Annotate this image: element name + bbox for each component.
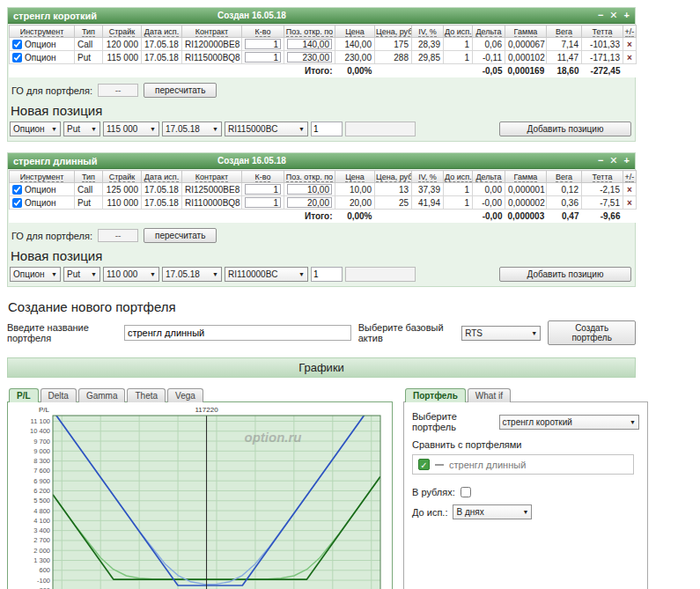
margin-row: ГО для портфеля: -- пересчитать xyxy=(8,77,635,99)
date-select[interactable]: 17.05.18▼ xyxy=(162,267,222,282)
y-tick-label: 5 500 xyxy=(33,497,50,504)
column-header[interactable]: Дельта xyxy=(473,26,505,38)
portfolio-select-label: Выберите портфель xyxy=(412,411,494,432)
qty-input[interactable]: 1 xyxy=(245,52,281,63)
column-header[interactable]: Гамма xyxy=(505,26,547,38)
add-position-button[interactable]: Добавить позицию xyxy=(499,121,631,136)
tab-vega[interactable]: Vega xyxy=(167,388,203,402)
open-price-input[interactable]: 10,00 xyxy=(287,184,332,195)
date-select[interactable]: 17.05.18▼ xyxy=(162,121,222,136)
days-select[interactable]: В днях▼ xyxy=(453,504,532,519)
column-header[interactable]: Тип xyxy=(75,171,103,183)
theta-cell: -2,15 xyxy=(582,183,623,196)
position-enabled-checkbox[interactable] xyxy=(12,53,22,63)
open-price-input[interactable]: 230,00 xyxy=(287,52,332,63)
base-asset-select[interactable]: RTS▼ xyxy=(461,326,541,341)
tab-gamma[interactable]: Gamma xyxy=(78,388,126,402)
column-header[interactable]: Тетта xyxy=(582,26,623,38)
go-value: -- xyxy=(98,84,138,97)
qty-input[interactable]: 1 xyxy=(245,184,281,195)
column-header[interactable]: Инструмент xyxy=(10,26,75,38)
close-icon[interactable]: ✕ xyxy=(609,10,617,21)
delete-position-icon[interactable]: × xyxy=(623,183,637,196)
y-tick-label: 7 600 xyxy=(33,467,50,475)
column-header[interactable]: Дата исп. xyxy=(142,26,182,38)
column-header[interactable]: Цена xyxy=(335,26,375,38)
position-enabled-checkbox[interactable] xyxy=(12,198,22,208)
column-header[interactable]: До исп. xyxy=(444,171,473,183)
column-header[interactable]: К-во xyxy=(242,171,284,183)
portfolio-name-input[interactable] xyxy=(124,325,351,341)
qty-input[interactable]: 1 xyxy=(245,39,281,49)
minimize-icon[interactable]: − xyxy=(598,10,603,21)
instrument-select[interactable]: Опцион▼ xyxy=(10,121,61,136)
column-header[interactable]: Контракт xyxy=(182,26,242,38)
compare-checkbox[interactable]: ✓ xyxy=(418,459,430,470)
column-header[interactable]: +/- xyxy=(623,26,637,38)
column-header[interactable]: Гамма xyxy=(505,171,547,183)
column-header[interactable]: Вега xyxy=(547,26,582,38)
new-price-input[interactable] xyxy=(345,121,416,136)
option-type-select[interactable]: Put▼ xyxy=(63,267,100,282)
column-header[interactable]: Цена xyxy=(335,171,375,183)
create-portfolio-button[interactable]: Создать портфель xyxy=(548,320,636,345)
strike-select[interactable]: 110 000▼ xyxy=(103,267,159,282)
positions-table: ИнструментТипСтрайкДата исп.КонтрактК-во… xyxy=(9,170,637,223)
tab-pl[interactable]: P/L xyxy=(9,388,39,402)
base-asset-label: Выберите базовый актив xyxy=(358,322,454,343)
new-qty-input[interactable] xyxy=(311,121,343,136)
tab-portfolio[interactable]: Портфель xyxy=(405,388,466,402)
column-header[interactable]: Инструмент xyxy=(10,171,75,183)
price-rub-cell: 288 xyxy=(375,51,412,64)
tab-delta[interactable]: Delta xyxy=(41,388,77,402)
position-enabled-checkbox[interactable] xyxy=(12,185,22,195)
tab-theta[interactable]: Theta xyxy=(127,388,166,402)
position-enabled-checkbox[interactable] xyxy=(12,40,22,49)
close-icon[interactable]: ✕ xyxy=(609,155,617,166)
open-price-input[interactable]: 140,00 xyxy=(287,39,332,49)
column-header[interactable]: IV, % xyxy=(412,26,444,38)
rubles-checkbox[interactable] xyxy=(461,487,471,497)
column-header[interactable]: До исп. xyxy=(444,26,473,38)
contract-select[interactable]: RI110000BC▼ xyxy=(225,267,308,282)
strike-select[interactable]: 115 000▼ xyxy=(103,121,159,136)
y-tick-label: 4 100 xyxy=(33,517,50,525)
delete-position-icon[interactable]: × xyxy=(623,196,637,210)
instrument-select[interactable]: Опцион▼ xyxy=(10,267,61,282)
column-header[interactable]: Контракт xyxy=(182,171,242,183)
column-header[interactable]: Вега xyxy=(547,171,582,183)
column-header[interactable]: IV, % xyxy=(412,171,444,183)
recalculate-button[interactable]: пересчитать xyxy=(144,228,217,243)
column-header[interactable]: Страйк xyxy=(103,171,142,183)
tab-what-if[interactable]: What if xyxy=(468,388,511,402)
delete-position-icon[interactable]: × xyxy=(623,51,637,64)
new-price-input[interactable] xyxy=(345,267,416,282)
y-tick-label: 11 100 xyxy=(31,417,50,425)
column-header[interactable]: Цена, руб. xyxy=(375,26,412,38)
chart-portfolio-select[interactable]: стренгл короткий▼ xyxy=(499,415,639,430)
column-header[interactable]: Дата исп. xyxy=(142,171,182,183)
column-header[interactable]: Цена, руб. xyxy=(375,171,412,183)
column-header[interactable]: Тетта xyxy=(582,171,623,183)
add-icon[interactable]: + xyxy=(624,155,630,166)
column-header[interactable]: Дельта xyxy=(473,171,505,183)
recalculate-button[interactable]: пересчитать xyxy=(144,83,217,98)
minimize-icon[interactable]: − xyxy=(598,155,603,166)
column-header[interactable]: Тип xyxy=(75,26,103,38)
delete-position-icon[interactable]: × xyxy=(623,38,637,51)
create-portfolio-title: Создание нового портфеля xyxy=(7,298,636,320)
totals-label: Итого: xyxy=(284,210,335,224)
option-type-select[interactable]: Put▼ xyxy=(63,121,100,136)
column-header[interactable]: +/- xyxy=(623,171,637,183)
add-position-button[interactable]: Добавить позицию xyxy=(499,267,631,282)
column-header[interactable]: К-во xyxy=(242,26,284,38)
open-price-input[interactable]: 20,00 xyxy=(287,197,332,208)
column-header[interactable]: Страйк xyxy=(103,26,142,38)
column-header[interactable]: Поз. откр. по xyxy=(284,171,335,183)
contract-select[interactable]: RI115000BC▼ xyxy=(225,121,308,136)
qty-input[interactable]: 1 xyxy=(245,197,281,208)
new-qty-input[interactable] xyxy=(311,267,343,282)
column-header[interactable]: Поз. откр. по xyxy=(284,26,335,38)
add-icon[interactable]: + xyxy=(624,10,630,21)
panel-controls: − ✕ + xyxy=(598,155,630,166)
